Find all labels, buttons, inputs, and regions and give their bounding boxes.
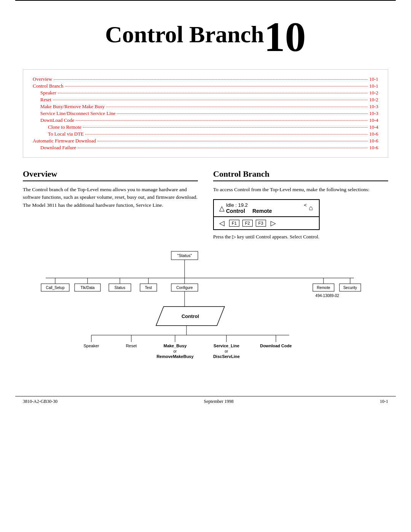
overview-section: Overview The Control branch of the Top-L…	[23, 169, 198, 240]
svg-text:Security: Security	[343, 286, 357, 290]
right-arrow-symbol: ▷	[232, 234, 237, 240]
toc-page: 10-1	[369, 83, 378, 89]
toc-dots	[53, 100, 368, 100]
svg-text:Make_Busy: Make_Busy	[164, 343, 187, 348]
toc-item: Speaker10-2	[33, 90, 378, 96]
svg-text:Speaker: Speaker	[84, 343, 99, 348]
control-branch-intro: To access Control from the Top-Level men…	[213, 186, 388, 193]
control-label: Control	[226, 208, 245, 214]
back-arrow-icon: ◁	[218, 219, 226, 227]
chapter-heading: Control Branch10	[23, 16, 388, 58]
table-of-contents: Overview10-1Control Branch10-1Speaker10-…	[23, 69, 388, 158]
toc-item: Overview10-1	[33, 76, 378, 82]
menu-tree-diagram: "Status" Call_Setup Tlk/Data Status	[23, 248, 388, 366]
toc-page: 10-6	[369, 131, 378, 137]
svg-text:Tlk/Data: Tlk/Data	[80, 286, 95, 290]
toc-label: Reset	[40, 97, 51, 103]
toc-dots	[83, 127, 368, 128]
toc-label: Download Failure	[40, 145, 76, 151]
toc-page: 10-4	[369, 117, 378, 123]
toc-dots	[76, 120, 368, 121]
footer: 3810-A2-GB30-30 September 1998 10-1	[0, 396, 411, 407]
toc-label: Automatic Firmware Download	[33, 138, 96, 144]
toc-dots	[58, 93, 368, 93]
f2-key: F2	[242, 220, 253, 227]
toc-item: DownLoad Code10-4	[33, 117, 378, 123]
svg-text:Test: Test	[145, 286, 152, 290]
toc-page: 10-4	[369, 124, 378, 130]
svg-text:RemoveMakeBusy: RemoveMakeBusy	[156, 354, 194, 359]
svg-text:Call_Setup: Call_Setup	[46, 286, 65, 290]
toc-label: DownLoad Code	[40, 117, 74, 123]
toc-label: Service Line/Disconnect Service Line	[40, 110, 115, 117]
chapter-number: 10	[264, 14, 306, 60]
toc-label: Make Busy/Remove Make Busy	[40, 104, 105, 110]
toc-dots	[78, 148, 368, 148]
function-keys-row: ◁ F1 F2 F3 ▷	[214, 217, 319, 229]
toc-dots	[65, 86, 368, 86]
toc-dots	[85, 134, 368, 134]
idle-label: Idle : 19.2	[226, 202, 248, 208]
remote-label: Remote	[252, 208, 272, 214]
svg-text:"Status": "Status"	[177, 253, 192, 258]
toc-page: 10-2	[369, 90, 378, 96]
svg-text:Remote: Remote	[317, 286, 330, 290]
press-instruction: Press the ▷ key until Control appears. S…	[213, 234, 388, 240]
svg-text:Reset: Reset	[126, 343, 137, 348]
home-icon: ⌂	[307, 204, 315, 212]
toc-item: Download Failure10-6	[33, 145, 378, 151]
svg-text:DiscServLine: DiscServLine	[213, 354, 240, 359]
toc-label: Overview	[33, 76, 52, 82]
control-branch-title: Control Branch	[213, 169, 388, 181]
forward-arrow-icon: ▷	[269, 219, 277, 227]
toc-page: 10-2	[369, 97, 378, 103]
toc-dots	[117, 113, 368, 114]
menu-tree-section: "Status" Call_Setup Tlk/Data Status	[23, 248, 388, 366]
toc-label: Clone to Remote	[48, 124, 81, 130]
toc-item: Control Branch10-1	[33, 83, 378, 89]
footer-center: September 1998	[204, 399, 234, 404]
control-branch-section: Control Branch To access Control from th…	[213, 169, 388, 240]
toc-label: To Local via DTE	[48, 131, 84, 137]
toc-page: 10-3	[369, 110, 378, 117]
toc-page: 10-3	[369, 104, 378, 110]
svg-text:Control: Control	[182, 313, 199, 319]
svg-text:Status: Status	[115, 286, 125, 290]
toc-label: Control Branch	[33, 83, 64, 89]
toc-page: 10-6	[369, 138, 378, 144]
device-display: △ Idle : 19.2 < Control Remote ⌂	[213, 199, 320, 230]
toc-item: Reset10-2	[33, 97, 378, 103]
toc-item: Make Busy/Remove Make Busy10-3	[33, 104, 378, 110]
toc-item: To Local via DTE10-6	[33, 131, 378, 137]
up-arrow-icon: △	[218, 204, 226, 212]
toc-label: Speaker	[40, 90, 56, 96]
svg-text:or: or	[225, 349, 229, 353]
toc-item: Clone to Remote10-4	[33, 124, 378, 130]
overview-body: The Control branch of the Top-Level menu…	[23, 186, 198, 209]
toc-page: 10-6	[369, 145, 378, 151]
arrow-left-icon: <	[304, 202, 307, 208]
toc-dots	[54, 79, 368, 80]
overview-title: Overview	[23, 169, 198, 181]
svg-text:Download Code: Download Code	[260, 343, 292, 348]
svg-text:or: or	[174, 349, 177, 353]
footer-left: 3810-A2-GB30-30	[23, 399, 57, 404]
svg-text:Configure: Configure	[176, 286, 193, 290]
toc-dots	[97, 141, 368, 141]
toc-item: Service Line/Disconnect Service Line10-3	[33, 110, 378, 117]
f3-key: F3	[256, 220, 266, 227]
svg-text:494-13089-02: 494-13089-02	[315, 294, 339, 298]
chapter-title: Control Branch	[105, 21, 264, 47]
f1-key: F1	[229, 220, 239, 227]
footer-right: 10-1	[380, 399, 388, 404]
svg-text:Service_Line: Service_Line	[213, 343, 239, 348]
toc-item: Automatic Firmware Download10-6	[33, 138, 378, 144]
toc-dots	[106, 107, 368, 107]
toc-page: 10-1	[369, 76, 378, 82]
